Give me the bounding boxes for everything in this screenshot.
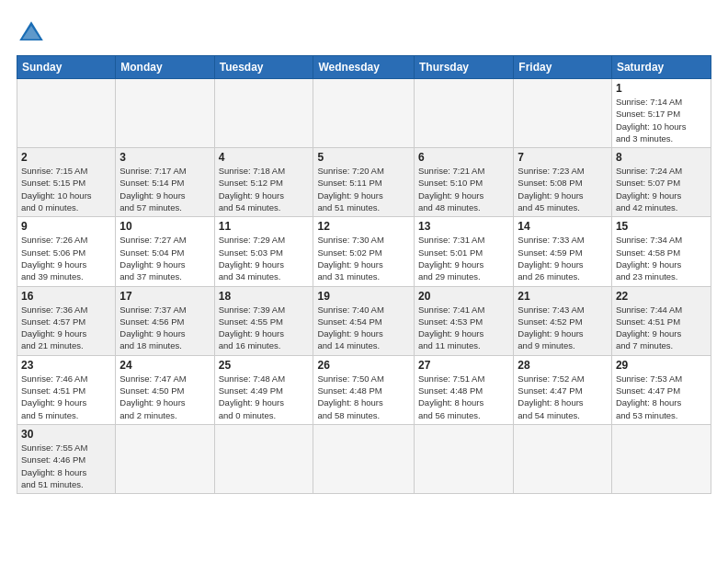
calendar-cell: 22Sunrise: 7:44 AM Sunset: 4:51 PM Dayli… — [611, 286, 711, 355]
day-number: 7 — [518, 151, 608, 164]
calendar-cell — [611, 424, 711, 493]
calendar-cell: 14Sunrise: 7:33 AM Sunset: 4:59 PM Dayli… — [514, 217, 612, 286]
day-number: 8 — [616, 151, 707, 164]
day-number: 24 — [119, 359, 210, 372]
calendar-cell — [514, 79, 612, 148]
day-number: 29 — [616, 359, 707, 372]
weekday-header-saturday: Saturday — [611, 56, 711, 79]
calendar-cell — [313, 79, 415, 148]
day-info: Sunrise: 7:52 AM Sunset: 4:47 PM Dayligh… — [518, 373, 608, 421]
day-number: 15 — [616, 220, 707, 233]
day-number: 1 — [616, 82, 707, 95]
day-info: Sunrise: 7:34 AM Sunset: 4:58 PM Dayligh… — [616, 234, 707, 282]
weekday-header-monday: Monday — [116, 56, 214, 79]
day-info: Sunrise: 7:27 AM Sunset: 5:04 PM Dayligh… — [119, 234, 210, 282]
day-info: Sunrise: 7:37 AM Sunset: 4:56 PM Dayligh… — [119, 304, 210, 352]
weekday-header-tuesday: Tuesday — [214, 56, 313, 79]
calendar-cell: 23Sunrise: 7:46 AM Sunset: 4:51 PM Dayli… — [17, 355, 116, 424]
day-number: 17 — [119, 290, 210, 303]
calendar-cell: 24Sunrise: 7:47 AM Sunset: 4:50 PM Dayli… — [116, 355, 214, 424]
day-number: 11 — [219, 220, 310, 233]
calendar-cell — [415, 424, 514, 493]
logo-icon — [17, 18, 46, 48]
day-info: Sunrise: 7:17 AM Sunset: 5:14 PM Dayligh… — [119, 165, 210, 213]
calendar-cell: 19Sunrise: 7:40 AM Sunset: 4:54 PM Dayli… — [313, 286, 415, 355]
calendar-cell: 5Sunrise: 7:20 AM Sunset: 5:11 PM Daylig… — [313, 148, 415, 217]
calendar-cell — [415, 79, 514, 148]
calendar-cell: 28Sunrise: 7:52 AM Sunset: 4:47 PM Dayli… — [514, 355, 612, 424]
day-info: Sunrise: 7:29 AM Sunset: 5:03 PM Dayligh… — [219, 234, 310, 282]
weekday-header-sunday: Sunday — [17, 56, 116, 79]
day-info: Sunrise: 7:24 AM Sunset: 5:07 PM Dayligh… — [616, 165, 707, 213]
week-row-6: 30Sunrise: 7:55 AM Sunset: 4:46 PM Dayli… — [17, 424, 711, 493]
day-number: 21 — [518, 290, 608, 303]
calendar-cell: 16Sunrise: 7:36 AM Sunset: 4:57 PM Dayli… — [17, 286, 116, 355]
day-number: 23 — [21, 359, 111, 372]
weekday-header-friday: Friday — [514, 56, 612, 79]
calendar-cell: 26Sunrise: 7:50 AM Sunset: 4:48 PM Dayli… — [313, 355, 415, 424]
page: SundayMondayTuesdayWednesdayThursdayFrid… — [0, 0, 728, 563]
day-number: 20 — [418, 290, 509, 303]
day-number: 16 — [21, 290, 111, 303]
calendar-cell: 2Sunrise: 7:15 AM Sunset: 5:15 PM Daylig… — [17, 148, 116, 217]
day-info: Sunrise: 7:33 AM Sunset: 4:59 PM Dayligh… — [518, 234, 608, 282]
calendar-cell: 8Sunrise: 7:24 AM Sunset: 5:07 PM Daylig… — [611, 148, 711, 217]
calendar-cell: 10Sunrise: 7:27 AM Sunset: 5:04 PM Dayli… — [116, 217, 214, 286]
day-number: 2 — [21, 151, 111, 164]
day-number: 28 — [518, 359, 608, 372]
calendar-cell: 27Sunrise: 7:51 AM Sunset: 4:48 PM Dayli… — [415, 355, 514, 424]
calendar-cell — [514, 424, 612, 493]
logo — [17, 18, 50, 48]
day-number: 12 — [317, 220, 410, 233]
calendar-cell — [214, 79, 313, 148]
day-info: Sunrise: 7:40 AM Sunset: 4:54 PM Dayligh… — [317, 304, 410, 352]
day-info: Sunrise: 7:18 AM Sunset: 5:12 PM Dayligh… — [219, 165, 310, 213]
day-number: 18 — [219, 290, 310, 303]
calendar-cell — [116, 79, 214, 148]
calendar-cell: 1Sunrise: 7:14 AM Sunset: 5:17 PM Daylig… — [611, 79, 711, 148]
calendar-cell — [116, 424, 214, 493]
day-info: Sunrise: 7:23 AM Sunset: 5:08 PM Dayligh… — [518, 165, 608, 213]
calendar-cell: 7Sunrise: 7:23 AM Sunset: 5:08 PM Daylig… — [514, 148, 612, 217]
day-number: 26 — [317, 359, 410, 372]
day-number: 22 — [616, 290, 707, 303]
day-info: Sunrise: 7:50 AM Sunset: 4:48 PM Dayligh… — [317, 373, 410, 421]
calendar: SundayMondayTuesdayWednesdayThursdayFrid… — [17, 55, 711, 494]
day-number: 27 — [418, 359, 509, 372]
calendar-cell: 3Sunrise: 7:17 AM Sunset: 5:14 PM Daylig… — [116, 148, 214, 217]
day-info: Sunrise: 7:41 AM Sunset: 4:53 PM Dayligh… — [418, 304, 509, 352]
weekday-header-wednesday: Wednesday — [313, 56, 415, 79]
day-info: Sunrise: 7:26 AM Sunset: 5:06 PM Dayligh… — [21, 234, 111, 282]
day-info: Sunrise: 7:43 AM Sunset: 4:52 PM Dayligh… — [518, 304, 608, 352]
week-row-4: 16Sunrise: 7:36 AM Sunset: 4:57 PM Dayli… — [17, 286, 711, 355]
day-info: Sunrise: 7:39 AM Sunset: 4:55 PM Dayligh… — [219, 304, 310, 352]
day-info: Sunrise: 7:44 AM Sunset: 4:51 PM Dayligh… — [616, 304, 707, 352]
day-number: 19 — [317, 290, 410, 303]
calendar-cell — [214, 424, 313, 493]
calendar-cell — [313, 424, 415, 493]
calendar-cell: 30Sunrise: 7:55 AM Sunset: 4:46 PM Dayli… — [17, 424, 116, 493]
week-row-2: 2Sunrise: 7:15 AM Sunset: 5:15 PM Daylig… — [17, 148, 711, 217]
calendar-cell: 6Sunrise: 7:21 AM Sunset: 5:10 PM Daylig… — [415, 148, 514, 217]
day-number: 4 — [219, 151, 310, 164]
calendar-cell: 29Sunrise: 7:53 AM Sunset: 4:47 PM Dayli… — [611, 355, 711, 424]
day-number: 10 — [119, 220, 210, 233]
week-row-1: 1Sunrise: 7:14 AM Sunset: 5:17 PM Daylig… — [17, 79, 711, 148]
day-number: 9 — [21, 220, 111, 233]
day-number: 14 — [518, 220, 608, 233]
calendar-cell: 21Sunrise: 7:43 AM Sunset: 4:52 PM Dayli… — [514, 286, 612, 355]
day-info: Sunrise: 7:51 AM Sunset: 4:48 PM Dayligh… — [418, 373, 509, 421]
calendar-cell: 20Sunrise: 7:41 AM Sunset: 4:53 PM Dayli… — [415, 286, 514, 355]
calendar-cell: 18Sunrise: 7:39 AM Sunset: 4:55 PM Dayli… — [214, 286, 313, 355]
day-info: Sunrise: 7:46 AM Sunset: 4:51 PM Dayligh… — [21, 373, 111, 421]
calendar-cell — [17, 79, 116, 148]
day-info: Sunrise: 7:15 AM Sunset: 5:15 PM Dayligh… — [21, 165, 111, 213]
calendar-cell: 4Sunrise: 7:18 AM Sunset: 5:12 PM Daylig… — [214, 148, 313, 217]
day-info: Sunrise: 7:53 AM Sunset: 4:47 PM Dayligh… — [616, 373, 707, 421]
calendar-cell: 9Sunrise: 7:26 AM Sunset: 5:06 PM Daylig… — [17, 217, 116, 286]
day-info: Sunrise: 7:31 AM Sunset: 5:01 PM Dayligh… — [418, 234, 509, 282]
calendar-cell: 13Sunrise: 7:31 AM Sunset: 5:01 PM Dayli… — [415, 217, 514, 286]
day-number: 25 — [219, 359, 310, 372]
day-info: Sunrise: 7:30 AM Sunset: 5:02 PM Dayligh… — [317, 234, 410, 282]
weekday-header-row: SundayMondayTuesdayWednesdayThursdayFrid… — [17, 56, 711, 79]
